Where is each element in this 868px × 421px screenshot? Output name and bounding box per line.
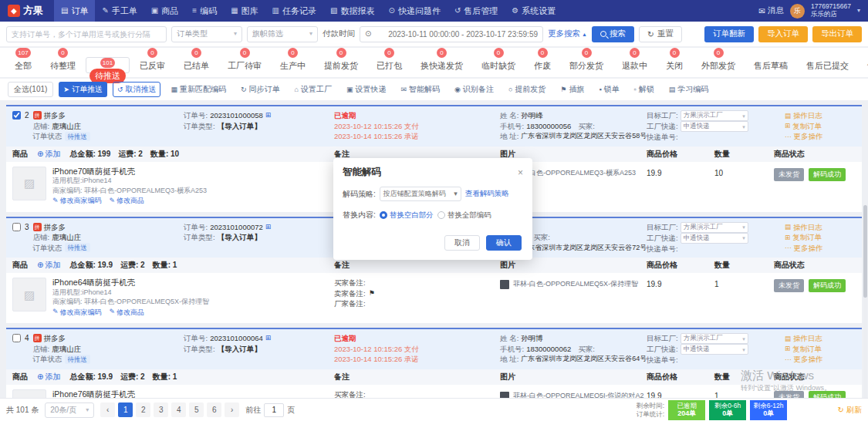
- order-search-input[interactable]: [6, 26, 167, 42]
- recognize-note-button[interactable]: ◉识别备注: [450, 82, 498, 97]
- page-button-2[interactable]: 2: [136, 402, 150, 417]
- more-operations-link[interactable]: ⋯更多操作: [785, 354, 823, 365]
- edit-product-link[interactable]: ✎修改商品: [110, 196, 145, 206]
- tab-early-ship[interactable]: 0提前发货: [316, 48, 366, 73]
- lock-order-button[interactable]: ▪锁单: [594, 82, 623, 97]
- target-factory-select[interactable]: 方果演示工厂▾: [681, 110, 748, 121]
- page-button-3[interactable]: 3: [154, 402, 168, 417]
- tab-packed[interactable]: 0已打包: [368, 48, 410, 73]
- import-order-button[interactable]: 导入订单: [758, 26, 808, 42]
- early-ship-button[interactable]: ○提前发货: [504, 82, 550, 97]
- tab-partial-ship[interactable]: 0部分发货: [561, 48, 612, 73]
- tab-pending-push[interactable]: 101待推送: [86, 57, 130, 73]
- factory-express-select[interactable]: 中通快递▾: [681, 233, 748, 244]
- set-express-button[interactable]: ▣设置快递: [342, 82, 391, 97]
- chevron-down-icon[interactable]: ▾: [857, 8, 860, 14]
- close-icon[interactable]: ×: [518, 167, 523, 178]
- select-all-button[interactable]: 全选(101): [8, 82, 53, 97]
- cancel-push-button[interactable]: ↺取消推送: [113, 82, 161, 97]
- cancel-button[interactable]: 取消: [444, 235, 480, 251]
- operation-log-link[interactable]: ▤操作日志: [785, 110, 822, 121]
- goto-page-input[interactable]: [264, 403, 284, 417]
- export-order-button[interactable]: 导出订单: [812, 26, 862, 42]
- tab-pending-sort[interactable]: 0待整理: [42, 48, 84, 73]
- factory-express-select[interactable]: 中通快递▾: [681, 121, 748, 132]
- order-checkbox[interactable]: [12, 111, 21, 120]
- next-page-button[interactable]: ›: [225, 402, 239, 417]
- add-product-link[interactable]: ⊕添加: [37, 260, 60, 271]
- target-factory-select[interactable]: 方果演示工厂▾: [681, 333, 748, 344]
- nav-item-gallery[interactable]: ▦图库: [224, 0, 265, 22]
- tab-factory-review[interactable]: 0工厂待审: [219, 48, 270, 73]
- tab-refunding[interactable]: 0退款中: [613, 48, 656, 73]
- insert-flag-button[interactable]: ⚑插旗: [556, 82, 589, 97]
- nav-item-codes[interactable]: ≡编码: [185, 0, 224, 22]
- nav-item-reports[interactable]: ▧数据报表: [323, 0, 381, 22]
- nav-item-products[interactable]: ▣商品: [144, 0, 185, 22]
- tab-external-ship[interactable]: 0外部发货: [693, 48, 744, 73]
- more-operations-link[interactable]: ⋯更多操作: [785, 243, 823, 254]
- nav-item-express-issues[interactable]: ⊙快递问题件: [382, 0, 448, 22]
- nav-item-manual-orders[interactable]: ✎手工单: [95, 0, 144, 22]
- page-size-select[interactable]: 20条/页▾: [45, 402, 94, 418]
- reset-button[interactable]: ↻重置: [639, 26, 682, 42]
- tab-all[interactable]: 107全部: [6, 48, 40, 73]
- learn-code-button[interactable]: ▤学习编码: [664, 82, 714, 97]
- messages-button[interactable]: ✉消息: [758, 5, 784, 16]
- date-range-picker[interactable]: ⊙2023-10-11 00:00:00 - 2023-10-17 23:59:…: [360, 26, 543, 42]
- tab-aftersales-done[interactable]: 售后完成: [859, 59, 868, 73]
- decode-strategy-select[interactable]: 按店铺配置策略解码▾: [380, 187, 461, 201]
- tab-voided[interactable]: 0作废: [525, 48, 559, 73]
- copy-order-link[interactable]: ⊞复制订单: [785, 344, 822, 355]
- page-button-4[interactable]: 4: [171, 402, 186, 417]
- nav-item-settings[interactable]: ⚙系统设置: [505, 0, 562, 22]
- tab-aftersales-draft[interactable]: 售后草稿: [745, 59, 796, 73]
- copy-icon[interactable]: ⊞: [265, 335, 272, 342]
- sync-orders-button[interactable]: ↻同步订单: [236, 82, 285, 97]
- nav-item-orders[interactable]: ▤订单: [54, 0, 95, 22]
- set-factory-button[interactable]: ⌂设置工厂: [290, 82, 336, 97]
- page-button-5[interactable]: 5: [189, 402, 204, 417]
- target-factory-select[interactable]: 方果演示工厂▾: [681, 222, 748, 233]
- operation-log-link[interactable]: ▤操作日志: [785, 333, 822, 344]
- add-product-link[interactable]: ⊕添加: [37, 372, 60, 382]
- avatar[interactable]: 乐: [790, 4, 805, 19]
- more-operations-link[interactable]: ⋯更多操作: [785, 131, 823, 142]
- tab-re-reviewed[interactable]: 0已反审: [131, 48, 174, 73]
- more-search-link[interactable]: 更多搜索▲: [548, 29, 587, 39]
- copy-icon[interactable]: ⊞: [265, 112, 272, 119]
- confirm-button[interactable]: 确认: [486, 235, 522, 251]
- copy-order-link[interactable]: ⊞复制订单: [785, 232, 822, 243]
- order-type-select[interactable]: 订单类型▾: [171, 26, 242, 42]
- add-product-link[interactable]: ⊕添加: [37, 149, 60, 160]
- push-orders-button[interactable]: ➤订单推送: [59, 82, 107, 97]
- order-checkbox[interactable]: [12, 334, 21, 342]
- flag-filter-select[interactable]: 旗帜筛选▾: [247, 26, 318, 42]
- radio-replace-blank[interactable]: 替换空白部分: [380, 210, 434, 221]
- tab-out-of-stock[interactable]: 0临时缺货: [473, 48, 524, 73]
- search-button[interactable]: 搜索: [592, 26, 634, 42]
- nav-item-task-log[interactable]: ▥任务记录: [265, 0, 323, 22]
- scrollbar[interactable]: [863, 205, 867, 398]
- page-button-6[interactable]: 6: [207, 402, 221, 417]
- tab-closed-orders[interactable]: 0已结单: [175, 48, 218, 73]
- factory-express-select[interactable]: 中通快递▾: [681, 344, 748, 355]
- edit-code-link[interactable]: ✎修改商家编码: [52, 308, 102, 318]
- view-strategy-link[interactable]: 查看解码策略: [465, 189, 509, 199]
- copy-icon[interactable]: ⊞: [265, 224, 272, 231]
- smart-decode-button[interactable]: ✉智能解码: [396, 82, 444, 97]
- radio-replace-all[interactable]: 替换全部编码: [437, 210, 491, 221]
- unlock-order-button[interactable]: ▫解锁: [630, 82, 659, 97]
- tab-closed[interactable]: 0关闭: [657, 48, 691, 73]
- stats-refresh-button[interactable]: ↻刷新: [838, 405, 862, 416]
- order-checkbox[interactable]: [12, 223, 21, 231]
- copy-order-link[interactable]: ⊞复制订单: [785, 121, 822, 132]
- page-button-1[interactable]: 1: [118, 402, 133, 417]
- tab-express-changed[interactable]: 0换快递发货: [412, 48, 471, 73]
- tab-in-production[interactable]: 0生产中: [272, 48, 314, 73]
- order-refresh-button[interactable]: 订单翻新: [704, 26, 754, 42]
- tab-aftersales-submitted[interactable]: 售后已提交: [798, 59, 857, 73]
- operation-log-link[interactable]: ▤操作日志: [785, 222, 822, 233]
- edit-code-link[interactable]: ✎修改商家编码: [52, 196, 102, 206]
- edit-product-link[interactable]: ✎修改商品: [110, 308, 145, 318]
